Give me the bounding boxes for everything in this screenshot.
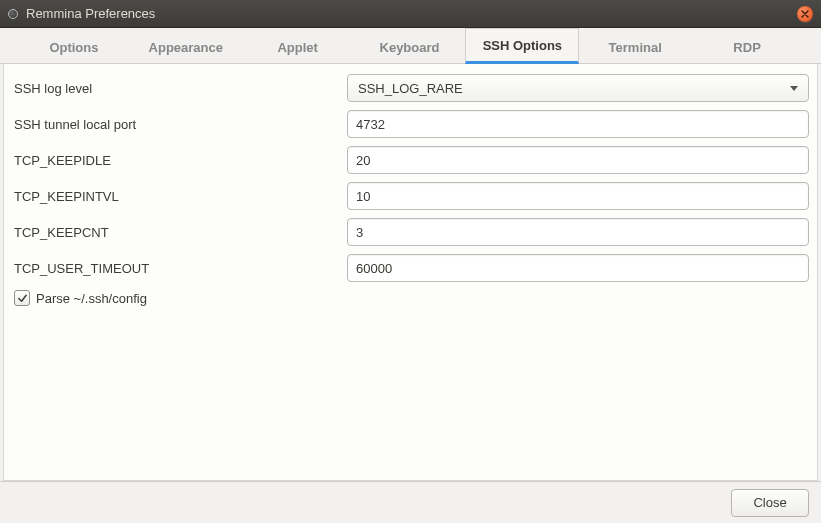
tab-appearance[interactable]: Appearance [130, 31, 242, 63]
tab-options[interactable]: Options [18, 31, 130, 63]
window-close-button[interactable] [797, 6, 813, 22]
tab-terminal[interactable]: Terminal [579, 31, 691, 63]
row-tcp-keepcnt: TCP_KEEPCNT [12, 218, 809, 246]
tab-rdp[interactable]: RDP [691, 31, 803, 63]
ssh-log-level-label: SSH log level [12, 81, 347, 96]
tcp-keepcnt-input[interactable] [347, 218, 809, 246]
tcp-keepidle-input[interactable] [347, 146, 809, 174]
check-icon [17, 293, 28, 304]
row-ssh-log-level: SSH log level SSH_LOG_RARE [12, 74, 809, 102]
dialog-footer: Close [0, 481, 821, 523]
ssh-tunnel-port-input[interactable] [347, 110, 809, 138]
row-ssh-tunnel-port: SSH tunnel local port [12, 110, 809, 138]
close-button[interactable]: Close [731, 489, 809, 517]
tab-applet[interactable]: Applet [242, 31, 354, 63]
row-tcp-keepidle: TCP_KEEPIDLE [12, 146, 809, 174]
window-title: Remmina Preferences [26, 6, 155, 21]
close-icon [801, 10, 809, 18]
titlebar: Remmina Preferences [0, 0, 821, 28]
parse-ssh-config-label: Parse ~/.ssh/config [36, 291, 147, 306]
row-parse-ssh-config: Parse ~/.ssh/config [12, 290, 809, 306]
tcp-keepidle-label: TCP_KEEPIDLE [12, 153, 347, 168]
ssh-log-level-dropdown[interactable]: SSH_LOG_RARE [347, 74, 809, 102]
tcp-keepcnt-label: TCP_KEEPCNT [12, 225, 347, 240]
tabbar: Options Appearance Applet Keyboard SSH O… [0, 28, 821, 64]
ssh-tunnel-port-label: SSH tunnel local port [12, 117, 347, 132]
tcp-user-timeout-input[interactable] [347, 254, 809, 282]
tcp-keepintvl-input[interactable] [347, 182, 809, 210]
tcp-keepintvl-label: TCP_KEEPINTVL [12, 189, 347, 204]
app-icon [8, 9, 18, 19]
chevron-down-icon [790, 86, 798, 91]
tcp-user-timeout-label: TCP_USER_TIMEOUT [12, 261, 347, 276]
ssh-log-level-value: SSH_LOG_RARE [358, 81, 463, 96]
parse-ssh-config-checkbox[interactable] [14, 290, 30, 306]
row-tcp-user-timeout: TCP_USER_TIMEOUT [12, 254, 809, 282]
tab-content: SSH log level SSH_LOG_RARE SSH tunnel lo… [3, 64, 818, 481]
tab-ssh-options[interactable]: SSH Options [465, 28, 579, 64]
row-tcp-keepintvl: TCP_KEEPINTVL [12, 182, 809, 210]
tab-keyboard[interactable]: Keyboard [354, 31, 466, 63]
